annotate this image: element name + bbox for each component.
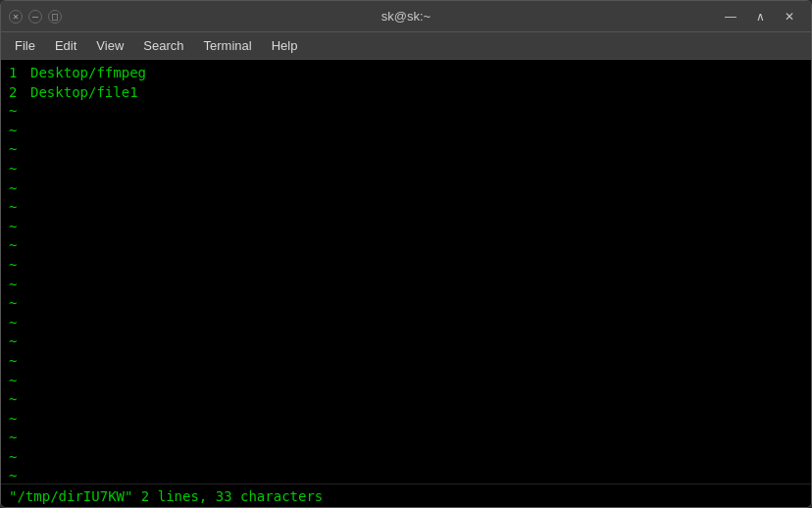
tilde-20: ~ xyxy=(9,429,30,448)
tilde-22: ~ xyxy=(9,467,30,483)
status-text: "/tmp/dirIU7KW" 2 lines, 33 characters xyxy=(9,488,323,504)
status-bar: "/tmp/dirIU7KW" 2 lines, 33 characters xyxy=(1,483,811,507)
menu-search[interactable]: Search xyxy=(133,35,193,56)
title-bar-right-controls: — ∧ ✕ xyxy=(717,6,803,27)
menu-bar: File Edit View Search Terminal Help xyxy=(1,32,811,60)
lines-area: Desktop/ffmpeg Desktop/file1 xyxy=(30,64,811,480)
tilde-12: ~ xyxy=(9,276,30,295)
tilde-11: ~ xyxy=(9,256,30,276)
terminal-content: 1 2 ~ ~ ~ ~ ~ ~ ~ ~ ~ ~ ~ ~ ~ ~ ~ ~ ~ ~ xyxy=(1,60,811,483)
tilde-10: ~ xyxy=(9,236,30,256)
tilde-8: ~ xyxy=(9,198,30,218)
tilde-3: ~ xyxy=(9,102,30,122)
line-numbers: 1 2 ~ ~ ~ ~ ~ ~ ~ ~ ~ ~ ~ ~ ~ ~ ~ ~ ~ ~ xyxy=(1,64,30,480)
tilde-19: ~ xyxy=(9,410,30,430)
tilde-18: ~ xyxy=(9,390,30,410)
minimize-btn[interactable]: — xyxy=(717,6,744,27)
tilde-14: ~ xyxy=(9,314,30,333)
tilde-17: ~ xyxy=(9,372,30,391)
maximize-button[interactable]: □ xyxy=(48,10,62,24)
tilde-9: ~ xyxy=(9,218,30,237)
menu-edit[interactable]: Edit xyxy=(45,35,86,56)
tilde-15: ~ xyxy=(9,332,30,352)
title-bar: ✕ – □ sk@sk:~ — ∧ ✕ xyxy=(1,1,811,32)
tilde-4: ~ xyxy=(9,122,30,141)
terminal-window: ✕ – □ sk@sk:~ — ∧ ✕ File Edit View Searc… xyxy=(0,0,812,508)
tilde-7: ~ xyxy=(9,179,30,199)
minimize-button[interactable]: – xyxy=(28,10,42,24)
code-line-1: Desktop/ffmpeg xyxy=(30,64,811,83)
tilde-6: ~ xyxy=(9,160,30,179)
code-line-2: Desktop/file1 xyxy=(30,83,811,103)
close-btn[interactable]: ✕ xyxy=(776,6,803,27)
line-num-2: 2 xyxy=(9,83,30,103)
window-title: sk@sk:~ xyxy=(381,9,431,24)
window-controls: ✕ – □ xyxy=(9,10,62,24)
menu-help[interactable]: Help xyxy=(262,35,308,56)
close-button[interactable]: ✕ xyxy=(9,10,23,24)
restore-btn[interactable]: ∧ xyxy=(746,6,774,27)
line-num-1: 1 xyxy=(9,64,30,83)
tilde-13: ~ xyxy=(9,294,30,314)
tilde-5: ~ xyxy=(9,140,30,160)
menu-file[interactable]: File xyxy=(5,35,45,56)
tilde-16: ~ xyxy=(9,352,30,372)
tilde-21: ~ xyxy=(9,448,30,468)
menu-terminal[interactable]: Terminal xyxy=(194,35,262,56)
menu-view[interactable]: View xyxy=(86,35,133,56)
terminal-area[interactable]: 1 2 ~ ~ ~ ~ ~ ~ ~ ~ ~ ~ ~ ~ ~ ~ ~ ~ ~ ~ xyxy=(1,60,811,507)
